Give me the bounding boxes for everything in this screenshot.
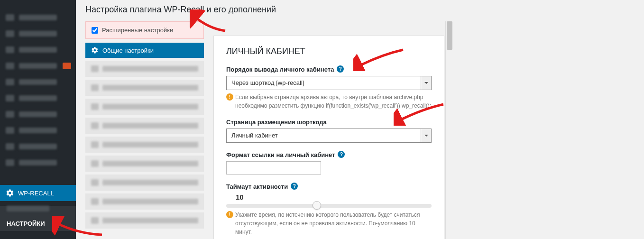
select-output-order[interactable]: Через шорткод [wp-recall] <box>226 76 432 90</box>
field-link-format: Формат ссылки на личный кабинет ? <box>226 151 432 175</box>
extended-settings-label: Расширенные настройки <box>102 27 173 34</box>
sidebar-item[interactable] <box>0 58 76 74</box>
link-format-input[interactable] <box>226 161 321 175</box>
section-title: ЛИЧНЫЙ КАБИНЕТ <box>226 46 432 56</box>
tab-item[interactable] <box>85 156 204 172</box>
activity-timeout-slider[interactable] <box>226 204 432 208</box>
sidebar-item[interactable] <box>0 26 76 42</box>
main-content: Настройка плагина WP-Recall и его дополн… <box>76 0 644 239</box>
slider-value: 10 <box>226 193 432 201</box>
field-label-text: Таймаут активности <box>226 183 288 190</box>
tab-item[interactable] <box>85 193 204 210</box>
sidebar-item[interactable] <box>0 74 76 90</box>
field-label-text: Формат ссылки на личный кабинет <box>226 151 335 158</box>
tab-general-settings[interactable]: Общие настройки <box>85 43 204 58</box>
sidebar-subitem[interactable] <box>7 206 49 211</box>
warning-icon: ! <box>226 211 233 218</box>
field-shortcode-page: Страница размещения шорткода Личный каби… <box>226 119 432 143</box>
wp-admin-sidebar: WP-RECALL НАСТРОЙКИ <box>0 0 76 239</box>
extended-settings-checkbox-row[interactable]: Расширенные настройки <box>85 21 204 39</box>
tab-item[interactable] <box>85 61 204 77</box>
settings-panel-column: ЛИЧНЫЙ КАБИНЕТ Порядок вывода личного ка… <box>213 21 453 239</box>
settings-card: ЛИЧНЫЙ КАБИНЕТ Порядок вывода личного ка… <box>213 36 444 239</box>
extended-settings-checkbox[interactable] <box>92 27 98 34</box>
sidebar-item[interactable] <box>0 90 76 106</box>
tab-item[interactable] <box>85 80 204 96</box>
help-icon[interactable]: ? <box>338 151 345 158</box>
field-hint: ! Укажите время, по истечению которого п… <box>226 211 432 236</box>
select-shortcode-page[interactable]: Личный кабинет <box>226 129 432 143</box>
sidebar-item[interactable] <box>0 155 76 171</box>
tab-item[interactable] <box>85 99 204 115</box>
field-activity-timeout: Таймаут активности ? 10 ! <box>226 183 432 236</box>
page-title: Настройка плагина WP-Recall и его дополн… <box>85 3 635 15</box>
select-value: Личный кабинет <box>227 129 421 142</box>
field-label-text: Порядок вывода личного кабинета <box>226 66 334 73</box>
tab-item[interactable] <box>85 212 204 229</box>
field-hint: ! Если выбрана страница архива автора, т… <box>226 93 432 110</box>
tab-general-label: Общие настройки <box>102 47 154 54</box>
panel-scrollbar[interactable] <box>445 21 453 239</box>
chevron-down-icon <box>421 76 431 90</box>
scrollbar-thumb[interactable] <box>447 21 452 50</box>
tab-item[interactable] <box>85 175 204 191</box>
field-label-text: Страница размещения шорткода <box>226 119 327 126</box>
settings-tabs-column: Расширенные настройки Общие настройки <box>85 21 204 239</box>
field-output-order: Порядок вывода личного кабинета ? Через … <box>226 66 432 110</box>
sidebar-item[interactable] <box>0 138 76 155</box>
sidebar-wp-recall-label: WP-RECALL <box>18 190 54 197</box>
gear-icon <box>6 189 14 197</box>
sidebar-submenu: НАСТРОЙКИ <box>0 206 76 231</box>
tab-item[interactable] <box>85 118 204 134</box>
help-icon[interactable]: ? <box>337 65 344 73</box>
sidebar-settings-label: НАСТРОЙКИ <box>7 220 45 227</box>
sidebar-item[interactable] <box>0 9 76 26</box>
chevron-down-icon <box>421 129 431 142</box>
sidebar-item[interactable] <box>0 122 76 138</box>
slider-thumb[interactable] <box>313 201 321 210</box>
select-value: Через шорткод [wp-recall] <box>227 76 421 90</box>
help-icon[interactable]: ? <box>291 183 298 190</box>
sidebar-subitem-settings[interactable]: НАСТРОЙКИ <box>0 216 76 231</box>
sidebar-item[interactable] <box>0 42 76 58</box>
tab-item[interactable] <box>85 137 204 153</box>
sidebar-item[interactable] <box>0 106 76 122</box>
sidebar-item-wp-recall[interactable]: WP-RECALL <box>0 185 76 201</box>
warning-icon: ! <box>226 93 233 101</box>
gear-icon <box>91 46 99 54</box>
